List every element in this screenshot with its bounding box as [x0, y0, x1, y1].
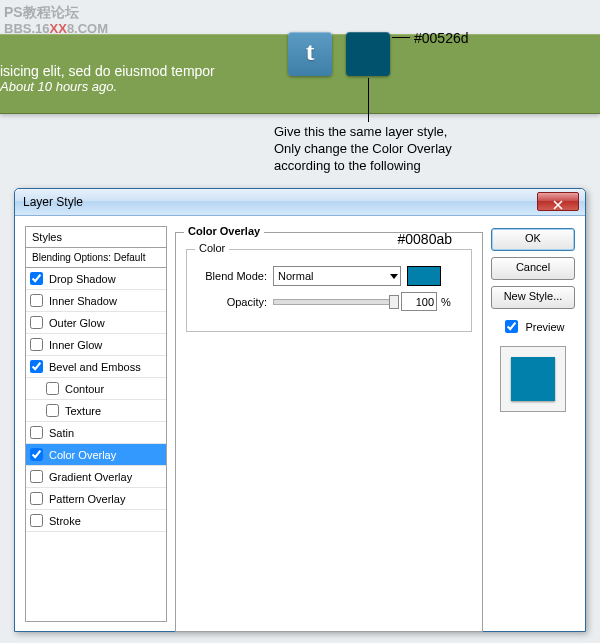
checkbox-stroke[interactable] — [30, 514, 43, 527]
checkbox-texture[interactable] — [46, 404, 59, 417]
row-pattern-overlay[interactable]: Pattern Overlay — [26, 488, 166, 510]
row-drop-shadow[interactable]: Drop Shadow — [26, 268, 166, 290]
checkbox-pattern-overlay[interactable] — [30, 492, 43, 505]
row-gradient-overlay[interactable]: Gradient Overlay — [26, 466, 166, 488]
checkbox-inner-glow[interactable] — [30, 338, 43, 351]
new-style-button[interactable]: New Style... — [491, 286, 575, 309]
color-overlay-group: Color Overlay #0080ab Color Blend Mode: … — [175, 232, 483, 632]
checkbox-drop-shadow[interactable] — [30, 272, 43, 285]
dialog-title: Layer Style — [23, 195, 83, 209]
preview-label: Preview — [525, 321, 564, 333]
inner-group-title: Color — [195, 242, 229, 254]
layer-style-dialog: Layer Style Styles Blending Options: Def… — [14, 188, 586, 632]
styles-list-panel: Styles Blending Options: Default Drop Sh… — [25, 226, 167, 622]
row-texture[interactable]: Texture — [26, 400, 166, 422]
row-color-overlay[interactable]: Color Overlay — [26, 444, 166, 466]
blend-mode-select[interactable]: Normal — [273, 266, 401, 286]
hex-label-1: #00526d — [414, 30, 469, 46]
right-button-panel: OK Cancel New Style... Preview — [491, 226, 575, 622]
opacity-label: Opacity: — [197, 296, 273, 308]
row-outer-glow[interactable]: Outer Glow — [26, 312, 166, 334]
checkbox-outer-glow[interactable] — [30, 316, 43, 329]
close-button[interactable] — [537, 192, 579, 211]
group-title: Color Overlay — [184, 225, 264, 237]
slider-thumb[interactable] — [389, 295, 399, 309]
row-inner-shadow[interactable]: Inner Shadow — [26, 290, 166, 312]
cancel-button[interactable]: Cancel — [491, 257, 575, 280]
color-inner-group: Color Blend Mode: Normal Opacity: — [186, 249, 472, 332]
checkbox-bevel[interactable] — [30, 360, 43, 373]
watermark-text: PS教程论坛 BBS.16XX8.COM — [4, 4, 108, 36]
checkbox-gradient-overlay[interactable] — [30, 470, 43, 483]
styles-header[interactable]: Styles — [26, 227, 166, 248]
checkbox-contour[interactable] — [46, 382, 59, 395]
close-icon — [553, 200, 563, 210]
twitter-icon: t — [288, 32, 332, 76]
row-inner-glow[interactable]: Inner Glow — [26, 334, 166, 356]
dialog-titlebar[interactable]: Layer Style — [15, 189, 585, 216]
opacity-input[interactable] — [401, 292, 437, 311]
checkbox-color-overlay[interactable] — [30, 448, 43, 461]
row-bevel-emboss[interactable]: Bevel and Emboss — [26, 356, 166, 378]
color-sample-square — [346, 32, 390, 76]
overlay-color-swatch[interactable] — [407, 266, 441, 286]
hex-label-2: #0080ab — [397, 231, 452, 247]
ok-button[interactable]: OK — [491, 228, 575, 251]
preview-swatch — [511, 357, 555, 401]
banner-text: isicing elit, sed do eiusmod tempor Abou… — [0, 63, 215, 94]
instruction-note: Give this the same layer style, Only cha… — [274, 124, 452, 175]
callout-line-vertical — [368, 78, 369, 122]
callout-line — [392, 37, 410, 38]
blending-options-row[interactable]: Blending Options: Default — [26, 248, 166, 268]
preview-swatch-container — [500, 346, 566, 412]
checkbox-satin[interactable] — [30, 426, 43, 439]
checkbox-inner-shadow[interactable] — [30, 294, 43, 307]
blend-mode-label: Blend Mode: — [197, 270, 273, 282]
row-stroke[interactable]: Stroke — [26, 510, 166, 532]
row-satin[interactable]: Satin — [26, 422, 166, 444]
chevron-down-icon — [390, 274, 398, 279]
opacity-slider[interactable] — [273, 299, 395, 305]
preview-checkbox[interactable] — [505, 320, 518, 333]
row-contour[interactable]: Contour — [26, 378, 166, 400]
opacity-unit: % — [441, 296, 451, 308]
center-panel: Color Overlay #0080ab Color Blend Mode: … — [175, 226, 483, 622]
